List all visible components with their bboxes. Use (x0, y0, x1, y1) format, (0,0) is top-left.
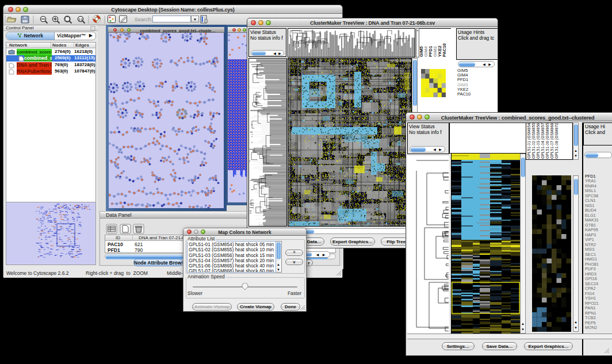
svg-text:1:1: 1:1 (78, 18, 82, 21)
svg-text:GPL51-01 (GSM854: GPL51-01 (GSM854 (527, 123, 531, 159)
svg-text:GPL51-06 (GSM865: GPL51-06 (GSM865 (545, 123, 550, 159)
svg-text:PAC10: PAC10 (442, 43, 447, 57)
svg-text:GPL51-02 (GSM855: GPL51-02 (GSM855 (531, 123, 536, 159)
svg-text:GPL51-04 (GSM857: GPL51-04 (GSM857 (541, 123, 545, 159)
svg-text:GPL51-03 (GSM856: GPL51-03 (GSM856 (536, 123, 541, 159)
svg-text:GPL51-07 (GSM868: GPL51-07 (GSM868 (550, 123, 554, 159)
svg-text:GPL51-08 (GSM872: GPL51-08 (GSM872 (554, 123, 559, 159)
